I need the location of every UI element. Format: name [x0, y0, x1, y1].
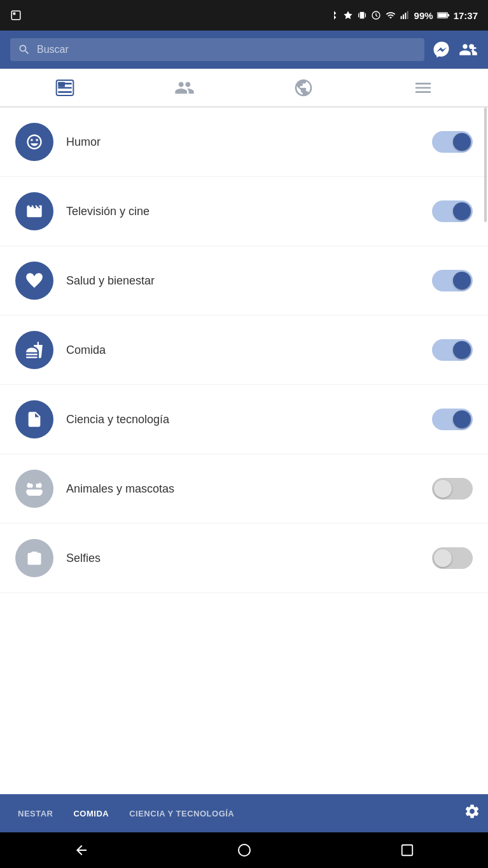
svg-point-15: [30, 207, 33, 210]
humor-toggle[interactable]: [432, 131, 473, 153]
animales-toggle-thumb: [434, 480, 452, 498]
humor-label: Humor: [66, 136, 432, 149]
science-icon: [25, 410, 43, 428]
signal-icon: [400, 10, 410, 20]
tab-news-feed[interactable]: [39, 69, 90, 107]
television-toggle[interactable]: [432, 200, 473, 222]
svg-rect-14: [58, 81, 65, 87]
selfies-toggle[interactable]: [432, 547, 473, 569]
messenger-icon[interactable]: [432, 40, 451, 59]
svg-rect-2: [359, 12, 364, 19]
bluetooth-icon: [329, 10, 339, 20]
humor-toggle-thumb: [453, 133, 471, 151]
animales-label: Animales y mascotas: [66, 482, 432, 496]
search-icon: [18, 43, 31, 56]
television-toggle-thumb: [453, 202, 471, 220]
svg-rect-7: [403, 15, 404, 19]
salud-label: Salud y bienestar: [66, 274, 432, 288]
top-nav-bar: Buscar: [0, 31, 488, 69]
animals-paw-icon: [25, 480, 43, 498]
bottom-context-nav: NESTAR COMIDA CIENCIA Y TECNOLOGÍA: [0, 794, 488, 832]
tab-icon-bar: [0, 69, 488, 107]
content-scroll-area: Humor Televisión y cine Salud y bienesta: [0, 108, 488, 593]
bottom-nav-item-nestar[interactable]: NESTAR: [8, 809, 63, 818]
svg-rect-6: [400, 16, 401, 19]
category-row-television: Televisión y cine: [0, 177, 488, 246]
news-feed-icon: [55, 78, 75, 98]
svg-point-16: [36, 207, 39, 210]
tab-menu[interactable]: [398, 69, 449, 107]
svg-rect-0: [11, 11, 20, 20]
salud-toggle-thumb: [453, 272, 471, 290]
category-row-selfies: Selfies: [0, 524, 488, 593]
bottom-nav-item-ciencia[interactable]: CIENCIA Y TECNOLOGÍA: [119, 809, 244, 818]
bottom-nav-item-comida[interactable]: COMIDA: [63, 809, 119, 818]
clock-time: 17:37: [454, 10, 478, 21]
selfies-label: Selfies: [66, 552, 432, 565]
movie-icon: [25, 202, 43, 220]
vibrate-icon: [357, 10, 367, 20]
clock-icon: [371, 10, 381, 20]
scroll-indicator[interactable]: [484, 108, 487, 222]
friends-requests-icon[interactable]: [459, 40, 478, 59]
animales-icon-circle: [15, 470, 53, 508]
tab-friends[interactable]: [159, 69, 210, 107]
battery-percentage: 99%: [414, 10, 433, 21]
camera-icon: [25, 549, 43, 567]
category-row-humor: Humor: [0, 108, 488, 177]
humor-emoji-icon: [25, 133, 43, 151]
svg-rect-4: [365, 13, 365, 18]
gear-icon: [464, 803, 480, 820]
android-nav-bar: [0, 832, 488, 868]
home-circle-icon: [237, 843, 252, 858]
television-icon-circle: [15, 192, 53, 230]
ciencia-toggle-thumb: [453, 410, 471, 428]
search-placeholder: Buscar: [37, 44, 69, 55]
settings-icon[interactable]: [464, 803, 480, 823]
animales-toggle[interactable]: [432, 478, 473, 500]
home-button[interactable]: [237, 843, 252, 858]
hamburger-menu-icon: [413, 78, 433, 98]
svg-rect-12: [447, 14, 449, 16]
status-bar-right: 99% 17:37: [329, 10, 478, 21]
selfies-toggle-thumb: [434, 549, 452, 567]
globe-icon: [293, 78, 314, 98]
salud-toggle[interactable]: [432, 270, 473, 291]
ciencia-toggle[interactable]: [432, 409, 473, 430]
back-button[interactable]: [74, 843, 89, 858]
svg-rect-18: [402, 845, 413, 856]
star-icon: [343, 10, 353, 20]
ciencia-icon-circle: [15, 400, 53, 438]
svg-rect-3: [358, 13, 359, 18]
comida-label: Comida: [66, 344, 432, 357]
status-bar-left: [10, 10, 22, 21]
recents-square-icon: [400, 843, 414, 857]
svg-point-17: [239, 844, 250, 856]
svg-rect-1: [13, 13, 16, 15]
wifi-icon: [385, 10, 396, 20]
category-row-animales: Animales y mascotas: [0, 454, 488, 524]
status-bar: 99% 17:37: [0, 0, 488, 31]
selfies-icon-circle: [15, 539, 53, 577]
category-row-comida: Comida: [0, 316, 488, 385]
ciencia-label: Ciencia y tecnología: [66, 413, 432, 426]
comida-toggle[interactable]: [432, 339, 473, 361]
svg-rect-11: [438, 13, 447, 17]
recents-button[interactable]: [400, 843, 414, 857]
salud-icon-circle: [15, 262, 53, 300]
svg-rect-9: [407, 11, 408, 19]
category-row-salud: Salud y bienestar: [0, 246, 488, 316]
friends-icon: [174, 78, 195, 98]
search-bar[interactable]: Buscar: [10, 38, 424, 61]
back-triangle-icon: [74, 843, 89, 858]
food-icon: [25, 341, 43, 359]
television-label: Televisión y cine: [66, 205, 432, 218]
battery-icon: [437, 10, 450, 20]
svg-rect-8: [405, 13, 406, 19]
category-row-ciencia: Ciencia y tecnología: [0, 385, 488, 454]
tab-globe[interactable]: [278, 69, 329, 107]
health-icon: [25, 272, 43, 290]
screenshot-icon: [10, 10, 22, 21]
comida-toggle-thumb: [453, 341, 471, 359]
comida-icon-circle: [15, 331, 53, 369]
